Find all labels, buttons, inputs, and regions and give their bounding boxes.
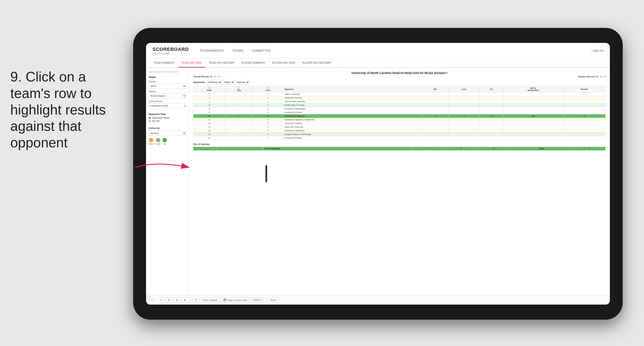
sub-nav-player-summary[interactable]: PLAYER SUMMARY — [238, 58, 269, 67]
team-section-title: Team — [148, 75, 186, 79]
redo-button[interactable]: ↪ — [158, 298, 164, 303]
ood-win: 1 — [413, 147, 445, 151]
nav-teams[interactable]: TEAMS — [232, 49, 243, 52]
col-reg: #Reg — [225, 86, 252, 92]
instruction-text: 9. Click on a team's row to highlight re… — [10, 69, 126, 151]
save-custom-button[interactable]: 💾 Save Custom View — [222, 298, 249, 302]
logo-powered: Powered by clippi — [152, 52, 189, 54]
sign-out[interactable]: | Sign out — [592, 49, 604, 52]
sub-nav-team-h2h-heatmap[interactable]: TEAM H2H HEATMAP — [205, 58, 238, 67]
panel-title: University of North Carolina Head-to-Hea… — [193, 71, 606, 75]
logo-scoreboard: SCOREBOARD — [152, 46, 189, 52]
ood-reg — [217, 147, 240, 151]
bottom-toolbar: ↩ ↪ ↺ ⧉ ⊕ ⏱ View: Original 💾 Save Custom… — [146, 295, 610, 305]
ood-conf — [240, 147, 263, 151]
out-of-division-table: NCAA Division II 1 0 0 26.00 3 — [193, 147, 606, 151]
table-row[interactable]: 15-4Georgia Institute of Technology — [194, 133, 606, 136]
right-panel: University of North Carolina Head-to-Hea… — [189, 68, 610, 295]
table-row[interactable]: 12-6University of Arkansas, Fayetteville — [194, 118, 606, 122]
table-row[interactable]: 14-2University of Oklahoma — [194, 129, 606, 133]
share-button[interactable]: Share — [268, 298, 278, 302]
left-panel: Last Updated: 27/03/2024 16:55:38 Team G… — [146, 68, 189, 295]
nav-items: TOURNAMENTS TEAMS COMMITTEE — [200, 49, 592, 52]
view-original-label: View: Original — [203, 299, 218, 301]
save-label: Save Custom View — [228, 299, 248, 301]
tablet-side-button — [266, 165, 267, 182]
legend-level: Level — [156, 138, 160, 145]
division-label: Division — [148, 90, 186, 93]
col-conf: #Conf — [252, 86, 283, 92]
logo-area: SCOREBOARD Powered by clippi — [152, 46, 189, 54]
table-row[interactable]: 8-2University of Washington — [194, 107, 606, 111]
table-row[interactable]: 16-1University of Florida — [194, 136, 606, 140]
school-input[interactable]: 4 University of Nort... ▾ — [148, 103, 186, 108]
radio-dot-opponents — [148, 117, 151, 119]
opponent-filter[interactable]: Opponent — [235, 80, 250, 84]
legend-dot-level — [156, 138, 160, 142]
table-row[interactable]: 9-3University of Arizona — [194, 111, 606, 114]
sub-nav-player-h2h-heatmap[interactable]: PLAYER H2H HEATMAP — [299, 58, 334, 67]
watch-label: Watch ▾ — [253, 299, 262, 301]
table-row[interactable]: 11-5University of Alabama3002.618 — [194, 114, 606, 118]
col-diff: Diff AvStrokes/Rnd — [503, 86, 563, 92]
col-rounds: Rounds — [563, 86, 605, 92]
col-win: Win — [422, 86, 448, 92]
sub-nav-team-summary[interactable]: TEAM SUMMARY — [150, 58, 178, 67]
overall-record: Overall Record: 89 - 17 - 0 — [193, 75, 220, 78]
view-original-button[interactable]: View: Original — [201, 298, 220, 302]
col-loss: Loss — [448, 86, 480, 92]
save-icon: 💾 — [224, 299, 226, 301]
filter-row: Opponents: Conference Region Opponent — [193, 80, 606, 84]
data-table: #Rank #Reg #Conf Opponent Win Loss Tie D… — [193, 86, 606, 140]
radio-dot-top100 — [148, 120, 151, 122]
toolbar-sep-1 — [190, 298, 190, 302]
tablet-frame: SCOREBOARD Powered by clippi TOURNAMENTS… — [133, 28, 623, 320]
last-updated: Last Updated: 27/03/2024 16:55:38 — [148, 71, 186, 73]
undo-button[interactable]: ↩ — [150, 298, 156, 303]
col-tie: Tie — [480, 86, 503, 92]
nav-tournaments[interactable]: TOURNAMENTS — [200, 49, 224, 52]
sub-nav: TEAM SUMMARY TEAM H2H GRID TEAM H2H HEAT… — [146, 58, 610, 68]
ood-tie: 0 — [477, 147, 510, 151]
legend-up: Up — [162, 138, 167, 145]
gender-select[interactable]: Men's — [148, 83, 186, 89]
colour-by-select[interactable]: Win/loss — [148, 131, 186, 136]
sub-nav-team-h2h-grid[interactable]: TEAM H2H GRID — [178, 58, 205, 67]
top-nav: SCOREBOARD Powered by clippi TOURNAMENTS… — [146, 43, 610, 58]
radio-top100[interactable]: Top 100 — [148, 120, 186, 122]
table-row[interactable]: 4-1Arizona State University — [194, 100, 606, 103]
sub-nav-player-h2h-grid[interactable]: PLAYER H2H GRID — [269, 58, 299, 67]
divider-2 — [148, 124, 186, 125]
out-of-division-title: Out of division — [193, 143, 606, 145]
opponent-view-title: Opponent View — [148, 113, 186, 115]
school-label: School (Rank) — [148, 100, 186, 102]
gender-label: Gender — [148, 80, 186, 83]
conference-filter[interactable]: Conference — [206, 80, 222, 84]
radio-opponents-played[interactable]: Opponents Played — [148, 117, 186, 119]
watch-button[interactable]: Watch ▾ — [251, 298, 264, 302]
table-row[interactable]: 13-3University of Virginia — [194, 122, 606, 125]
colour-by-title: Colour by — [148, 127, 186, 129]
table-row[interactable]: 3-2Vanderbilt University — [194, 96, 606, 100]
col-rank: #Rank — [194, 86, 225, 92]
divider-1 — [148, 110, 186, 111]
col-opponent: Opponent — [283, 86, 422, 92]
tablet-screen: SCOREBOARD Powered by clippi TOURNAMENTS… — [146, 43, 610, 305]
ood-loss: 0 — [445, 147, 477, 151]
share-label: Share — [270, 299, 276, 301]
legend-dot-up — [162, 138, 167, 142]
nav-committee[interactable]: COMMITTEE — [252, 49, 271, 52]
ood-rounds: 3 — [573, 147, 605, 151]
legend-down: Down — [148, 138, 154, 145]
reset-button[interactable]: ↺ — [166, 298, 172, 303]
filter-opponents: Opponents: Conference Region Opponent — [193, 80, 250, 84]
main-content: Last Updated: 27/03/2024 16:55:38 Team G… — [146, 68, 610, 295]
copy-button[interactable]: ⧉ — [174, 298, 180, 303]
paste-button[interactable]: ⊕ — [182, 298, 188, 303]
division-select[interactable]: NCAA Division I — [148, 93, 186, 98]
table-row[interactable]: 2-1Auburn University — [194, 92, 606, 96]
table-row[interactable]: 13-1Texas Tech University — [194, 125, 606, 129]
clock-button[interactable]: ⏱ — [192, 298, 199, 303]
region-filter[interactable]: Region — [223, 80, 234, 84]
table-row[interactable]: 6-2Florida State University — [194, 103, 606, 107]
